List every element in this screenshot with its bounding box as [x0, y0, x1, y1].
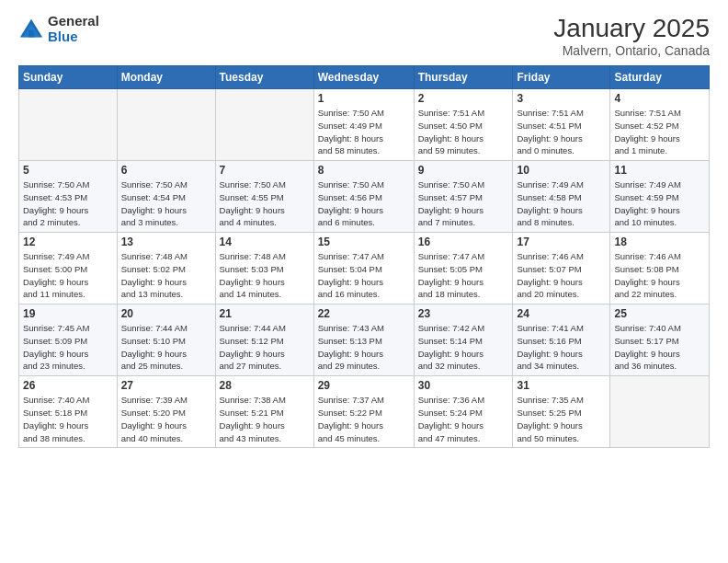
- day-number: 25: [614, 307, 705, 320]
- calendar-week-row: 1Sunrise: 7:50 AMSunset: 4:49 PMDaylight…: [19, 89, 710, 161]
- title-area: January 2025 Malvern, Ontario, Canada: [553, 14, 710, 58]
- calendar-cell: [215, 89, 313, 161]
- day-number: 18: [614, 236, 705, 248]
- calendar-cell: 23Sunrise: 7:42 AMSunset: 5:14 PMDayligh…: [414, 304, 513, 376]
- calendar-cell: 14Sunrise: 7:48 AMSunset: 5:03 PMDayligh…: [215, 233, 313, 304]
- logo-blue-text: Blue: [48, 29, 99, 45]
- page: General Blue January 2025 Malvern, Ontar…: [0, 0, 728, 563]
- day-number: 31: [517, 379, 606, 392]
- calendar-cell: 21Sunrise: 7:44 AMSunset: 5:12 PMDayligh…: [215, 304, 313, 376]
- day-info: Sunrise: 7:51 AMSunset: 4:52 PMDaylight:…: [614, 107, 705, 157]
- day-info: Sunrise: 7:47 AMSunset: 5:05 PMDaylight:…: [418, 250, 509, 301]
- day-number: 1: [318, 92, 410, 105]
- day-info: Sunrise: 7:35 AMSunset: 5:25 PMDaylight:…: [517, 394, 606, 444]
- calendar-cell: 22Sunrise: 7:43 AMSunset: 5:13 PMDayligh…: [313, 304, 414, 376]
- day-info: Sunrise: 7:50 AMSunset: 4:49 PMDaylight:…: [318, 107, 410, 157]
- calendar-cell: 8Sunrise: 7:50 AMSunset: 4:56 PMDaylight…: [313, 161, 414, 233]
- day-info: Sunrise: 7:47 AMSunset: 5:04 PMDaylight:…: [318, 250, 410, 301]
- day-number: 6: [121, 164, 211, 177]
- calendar-header-row: SundayMondayTuesdayWednesdayThursdayFrid…: [19, 66, 710, 89]
- calendar-cell: 16Sunrise: 7:47 AMSunset: 5:05 PMDayligh…: [414, 233, 513, 304]
- calendar-week-row: 19Sunrise: 7:45 AMSunset: 5:09 PMDayligh…: [19, 304, 710, 376]
- day-number: 27: [121, 379, 211, 392]
- day-number: 9: [418, 164, 509, 177]
- logo-text: General Blue: [48, 14, 99, 44]
- calendar-cell: 7Sunrise: 7:50 AMSunset: 4:55 PMDaylight…: [215, 161, 313, 233]
- header-friday: Friday: [513, 66, 610, 89]
- day-number: 8: [318, 164, 410, 177]
- calendar-cell: 28Sunrise: 7:38 AMSunset: 5:21 PMDayligh…: [215, 376, 313, 448]
- calendar-cell: [117, 89, 215, 161]
- header-sunday: Sunday: [19, 66, 118, 89]
- day-number: 24: [517, 307, 606, 320]
- calendar-cell: 15Sunrise: 7:47 AMSunset: 5:04 PMDayligh…: [313, 233, 414, 304]
- calendar-cell: 13Sunrise: 7:48 AMSunset: 5:02 PMDayligh…: [117, 233, 215, 304]
- day-number: 22: [318, 307, 410, 320]
- header-tuesday: Tuesday: [215, 66, 313, 89]
- day-info: Sunrise: 7:38 AMSunset: 5:21 PMDaylight:…: [220, 394, 310, 444]
- day-info: Sunrise: 7:51 AMSunset: 4:50 PMDaylight:…: [418, 107, 509, 157]
- day-number: 7: [220, 164, 310, 177]
- logo: General Blue: [18, 14, 99, 44]
- day-info: Sunrise: 7:40 AMSunset: 5:18 PMDaylight:…: [23, 394, 113, 444]
- calendar-cell: 5Sunrise: 7:50 AMSunset: 4:53 PMDaylight…: [19, 161, 118, 233]
- day-number: 23: [418, 307, 509, 320]
- day-info: Sunrise: 7:49 AMSunset: 5:00 PMDaylight:…: [23, 250, 113, 301]
- calendar-subtitle: Malvern, Ontario, Canada: [553, 43, 710, 58]
- day-number: 15: [318, 236, 410, 248]
- calendar-cell: 3Sunrise: 7:51 AMSunset: 4:51 PMDaylight…: [513, 89, 610, 161]
- day-info: Sunrise: 7:45 AMSunset: 5:09 PMDaylight:…: [23, 322, 113, 373]
- header-wednesday: Wednesday: [313, 66, 414, 89]
- day-number: 10: [517, 164, 606, 177]
- day-info: Sunrise: 7:50 AMSunset: 4:57 PMDaylight:…: [418, 178, 509, 229]
- calendar-cell: 11Sunrise: 7:49 AMSunset: 4:59 PMDayligh…: [610, 161, 710, 233]
- calendar-cell: 18Sunrise: 7:46 AMSunset: 5:08 PMDayligh…: [610, 233, 710, 304]
- day-info: Sunrise: 7:50 AMSunset: 4:54 PMDaylight:…: [121, 178, 211, 229]
- calendar-cell: 27Sunrise: 7:39 AMSunset: 5:20 PMDayligh…: [117, 376, 215, 448]
- calendar-cell: 24Sunrise: 7:41 AMSunset: 5:16 PMDayligh…: [513, 304, 610, 376]
- calendar-cell: 10Sunrise: 7:49 AMSunset: 4:58 PMDayligh…: [513, 161, 610, 233]
- calendar-week-row: 5Sunrise: 7:50 AMSunset: 4:53 PMDaylight…: [19, 161, 710, 233]
- calendar-cell: 17Sunrise: 7:46 AMSunset: 5:07 PMDayligh…: [513, 233, 610, 304]
- day-number: 2: [418, 92, 509, 105]
- day-info: Sunrise: 7:39 AMSunset: 5:20 PMDaylight:…: [121, 394, 211, 444]
- day-info: Sunrise: 7:37 AMSunset: 5:22 PMDaylight:…: [318, 394, 410, 444]
- logo-general-text: General: [48, 14, 99, 29]
- day-info: Sunrise: 7:42 AMSunset: 5:14 PMDaylight:…: [418, 322, 509, 373]
- day-number: 17: [517, 236, 606, 248]
- calendar-cell: 9Sunrise: 7:50 AMSunset: 4:57 PMDaylight…: [414, 161, 513, 233]
- header: General Blue January 2025 Malvern, Ontar…: [18, 14, 710, 58]
- day-info: Sunrise: 7:41 AMSunset: 5:16 PMDaylight:…: [517, 322, 606, 373]
- day-number: 14: [220, 236, 310, 248]
- day-info: Sunrise: 7:50 AMSunset: 4:56 PMDaylight:…: [318, 178, 410, 229]
- day-info: Sunrise: 7:48 AMSunset: 5:03 PMDaylight:…: [220, 250, 310, 301]
- day-info: Sunrise: 7:46 AMSunset: 5:07 PMDaylight:…: [517, 250, 606, 301]
- calendar-cell: 1Sunrise: 7:50 AMSunset: 4:49 PMDaylight…: [313, 89, 414, 161]
- day-info: Sunrise: 7:48 AMSunset: 5:02 PMDaylight:…: [121, 250, 211, 301]
- day-number: 20: [121, 307, 211, 320]
- header-thursday: Thursday: [414, 66, 513, 89]
- day-info: Sunrise: 7:36 AMSunset: 5:24 PMDaylight:…: [418, 394, 509, 444]
- svg-rect-2: [28, 29, 34, 36]
- day-info: Sunrise: 7:43 AMSunset: 5:13 PMDaylight:…: [318, 322, 410, 373]
- day-info: Sunrise: 7:44 AMSunset: 5:12 PMDaylight:…: [220, 322, 310, 373]
- calendar-cell: 20Sunrise: 7:44 AMSunset: 5:10 PMDayligh…: [117, 304, 215, 376]
- day-info: Sunrise: 7:50 AMSunset: 4:53 PMDaylight:…: [23, 178, 113, 229]
- calendar-cell: [610, 376, 710, 448]
- calendar-cell: 4Sunrise: 7:51 AMSunset: 4:52 PMDaylight…: [610, 89, 710, 161]
- calendar-week-row: 26Sunrise: 7:40 AMSunset: 5:18 PMDayligh…: [19, 376, 710, 448]
- calendar-cell: 29Sunrise: 7:37 AMSunset: 5:22 PMDayligh…: [313, 376, 414, 448]
- day-number: 3: [517, 92, 606, 105]
- day-info: Sunrise: 7:49 AMSunset: 4:59 PMDaylight:…: [614, 178, 705, 229]
- day-info: Sunrise: 7:50 AMSunset: 4:55 PMDaylight:…: [220, 178, 310, 229]
- calendar-cell: 6Sunrise: 7:50 AMSunset: 4:54 PMDaylight…: [117, 161, 215, 233]
- day-number: 29: [318, 379, 410, 392]
- day-info: Sunrise: 7:46 AMSunset: 5:08 PMDaylight:…: [614, 250, 705, 301]
- logo-icon: [18, 17, 44, 42]
- header-monday: Monday: [117, 66, 215, 89]
- day-number: 12: [23, 236, 113, 248]
- calendar-cell: 30Sunrise: 7:36 AMSunset: 5:24 PMDayligh…: [414, 376, 513, 448]
- calendar-cell: 25Sunrise: 7:40 AMSunset: 5:17 PMDayligh…: [610, 304, 710, 376]
- calendar-table: SundayMondayTuesdayWednesdayThursdayFrid…: [18, 65, 710, 448]
- day-number: 13: [121, 236, 211, 248]
